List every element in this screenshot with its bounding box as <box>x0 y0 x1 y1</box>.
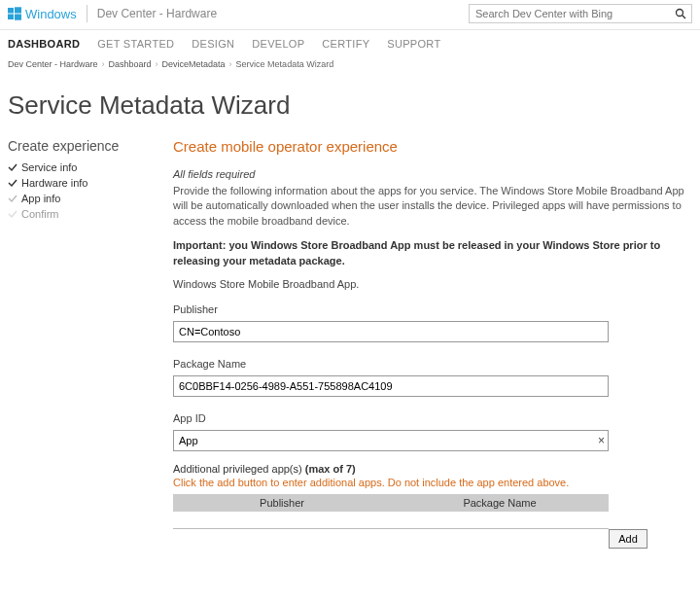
crumb-sep: › <box>102 59 105 69</box>
search-icon <box>675 8 686 19</box>
crumb-sep: › <box>229 59 232 69</box>
step-confirm[interactable]: Confirm <box>8 206 173 222</box>
nav-develop[interactable]: DEVELOP <box>252 38 304 50</box>
additional-apps-label: Additional privileged app(s) (max of 7) <box>173 463 692 475</box>
step-app-info[interactable]: App info <box>8 191 173 206</box>
windows-icon <box>8 7 21 20</box>
publisher-input[interactable] <box>173 321 609 342</box>
check-icon <box>8 194 18 203</box>
step-label: App info <box>21 193 60 204</box>
step-service-info[interactable]: Service info <box>8 160 173 175</box>
col-package-name: Package Name <box>391 494 609 512</box>
sidebar-title: Create experience <box>8 138 173 154</box>
crumb-dev-center[interactable]: Dev Center - Hardware <box>8 59 98 69</box>
publisher-label: Publisher <box>173 303 692 315</box>
nav-support[interactable]: SUPPORT <box>387 38 440 50</box>
intro-text: Provide the following information about … <box>173 184 692 229</box>
additional-apps-table: Publisher Package Name <box>173 494 609 530</box>
nav-certify[interactable]: CERTIFY <box>322 38 369 50</box>
svg-line-5 <box>682 16 685 18</box>
primary-nav: DASHBOARD GET STARTED DESIGN DEVELOP CER… <box>0 30 700 55</box>
crumb-devicemetadata[interactable]: DeviceMetadata <box>162 59 226 69</box>
top-bar: Windows Dev Center - Hardware <box>0 0 700 30</box>
check-icon <box>8 209 18 219</box>
sidebar: Create experience Service info Hardware … <box>8 138 173 549</box>
portal-name[interactable]: Dev Center - Hardware <box>97 7 217 20</box>
nav-get-started[interactable]: GET STARTED <box>97 38 174 50</box>
wizard-steps: Service info Hardware info App info Conf… <box>8 160 173 222</box>
step-label: Service info <box>21 161 77 173</box>
section-title: Create mobile operator experience <box>173 138 692 155</box>
check-icon <box>8 178 18 188</box>
svg-rect-3 <box>15 15 21 20</box>
subnote: Windows Store Mobile Broadband App. <box>173 278 692 290</box>
table-row <box>173 512 609 529</box>
svg-rect-1 <box>15 7 21 13</box>
check-icon <box>8 162 18 172</box>
nav-design[interactable]: DESIGN <box>192 38 234 50</box>
search-input[interactable] <box>470 6 670 21</box>
page-title: Service Metadata Wizard <box>0 75 700 138</box>
crumb-current: Service Metadata Wizard <box>236 59 334 69</box>
step-hardware-info[interactable]: Hardware info <box>8 175 173 191</box>
app-id-label: App ID <box>173 412 692 424</box>
additional-apps-hint: Click the add button to enter additional… <box>173 477 692 488</box>
package-name-label: Package Name <box>173 358 692 370</box>
search-button[interactable] <box>670 5 691 22</box>
step-label: Hardware info <box>21 177 88 189</box>
app-id-input[interactable] <box>173 430 609 451</box>
svg-rect-0 <box>8 8 14 14</box>
col-publisher: Publisher <box>173 494 391 512</box>
crumb-dashboard[interactable]: Dashboard <box>109 59 152 69</box>
header-divider <box>87 5 88 22</box>
search-box <box>469 4 692 23</box>
logo-text: Windows <box>25 7 77 21</box>
windows-logo[interactable]: Windows <box>8 7 77 21</box>
step-label: Confirm <box>21 208 59 220</box>
svg-rect-2 <box>8 15 14 20</box>
required-note: All fields required <box>173 168 692 180</box>
clear-icon[interactable]: × <box>598 434 605 447</box>
nav-dashboard[interactable]: DASHBOARD <box>8 38 80 50</box>
add-button[interactable]: Add <box>609 529 648 549</box>
svg-point-4 <box>677 10 683 17</box>
main-content: Create mobile operator experience All fi… <box>173 138 692 549</box>
important-note: Important: you Windows Store Broadband A… <box>173 238 692 268</box>
package-name-input[interactable] <box>173 375 609 397</box>
breadcrumb: Dev Center - Hardware › Dashboard › Devi… <box>0 55 700 75</box>
crumb-sep: › <box>156 59 158 69</box>
